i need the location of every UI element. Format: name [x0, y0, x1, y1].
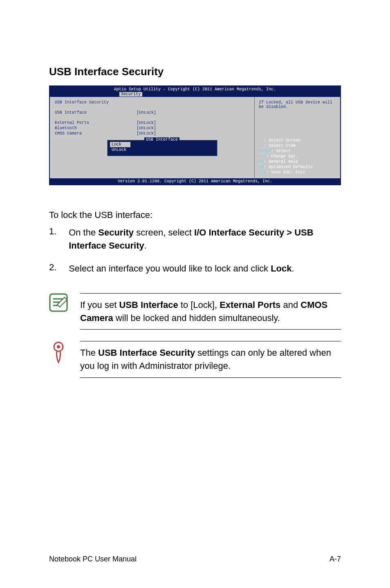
note-icon [49, 293, 68, 314]
note-content: The USB Interface Security settings can … [80, 341, 341, 378]
bios-row-value: [UnLock] [137, 121, 156, 125]
page-footer: Notebook PC User Manual A-7 [49, 555, 341, 563]
tip-icon [49, 341, 68, 366]
bios-left-title: USB Interface Security [55, 100, 137, 105]
bios-popup-item: Lock [110, 142, 130, 147]
intro-text: To lock the USB interface: [49, 210, 341, 220]
bios-row-label: CMOS Camera [55, 131, 137, 136]
step-list: 1. On the Security screen, select I/O In… [49, 226, 341, 275]
bios-popup-item: UnLock [110, 147, 215, 153]
bios-help: →←: Select Screen ↑↓: Select Item Enter:… [259, 138, 336, 175]
step-body: On the Security screen, select I/O Inter… [69, 226, 330, 252]
bios-tab: Security [119, 92, 142, 97]
footer-right: A-7 [329, 555, 341, 563]
bios-row-value: [UnLock] [137, 126, 156, 130]
bios-screenshot: Aptio Setup Utility - Copyright (C) 2011… [49, 85, 341, 185]
note-content: If you set USB Interface to [Lock], Exte… [80, 293, 341, 330]
bios-row-label: Bluetooth [55, 126, 137, 130]
step-number: 2. [49, 262, 66, 273]
bios-row-label: External Ports [55, 121, 137, 125]
bios-row-value: [UnLock] [137, 110, 156, 115]
step-number: 1. [49, 226, 66, 237]
bios-footer: Version 2.01.1208. Copyright (C) 2011 Am… [50, 178, 340, 184]
bios-description: If Locked, all USB device will be disabl… [259, 100, 336, 109]
bios-row-label: USB Interface [55, 110, 137, 115]
section-title: USB Interface Security [49, 65, 341, 78]
step-body: Select an interface you would like to lo… [69, 262, 330, 275]
svg-point-5 [57, 345, 60, 348]
bios-header: Aptio Setup Utility - Copyright (C) 2011… [50, 86, 340, 92]
footer-left: Notebook PC User Manual [49, 555, 137, 563]
bios-row-value: [UnLock] [137, 131, 156, 136]
bios-popup-title: USB Interface [144, 137, 179, 142]
bios-popup: USB Interface Lock UnLock [107, 140, 217, 156]
